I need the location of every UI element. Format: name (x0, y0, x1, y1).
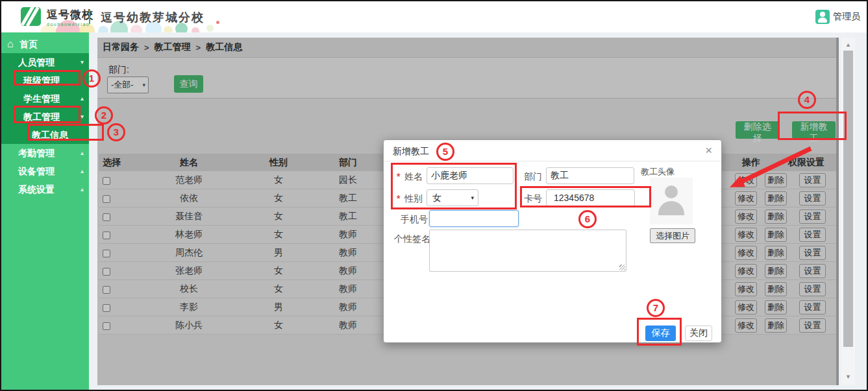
chevron-up-icon: ▴ (81, 162, 84, 180)
chevron-down-icon: ▾ (81, 53, 84, 71)
chevron-down-icon: ▾ (471, 190, 474, 206)
sidebar-item-home[interactable]: ⌂ 首页 (1, 35, 89, 53)
company-name: 逗号微校 (47, 7, 93, 22)
logo-icon (18, 5, 42, 28)
school-title: 逗号幼教芽城分校 (101, 10, 205, 25)
chevron-up-icon: ▴ (81, 180, 84, 198)
vertical-scrollbar[interactable]: ▲ ▼ (841, 38, 855, 385)
admin-name: 管理员 (833, 11, 860, 23)
card-number-field[interactable] (546, 189, 635, 206)
signature-textarea[interactable] (429, 230, 626, 272)
chevron-down-icon: ▾ (81, 108, 84, 126)
phone-label: 手机号 (401, 214, 428, 226)
sidebar-item-personnel[interactable]: 人员管理 ▾ (1, 53, 89, 71)
dept-label: 部门 (524, 171, 542, 183)
name-label: 姓名 (404, 171, 423, 183)
close-icon[interactable]: × (705, 144, 712, 158)
admin-account[interactable]: 管理员 (815, 10, 860, 24)
card-label: 卡号 (524, 193, 542, 205)
cancel-button[interactable]: 关闭 (685, 326, 712, 341)
chevron-up-icon: ▴ (81, 144, 84, 162)
gender-label: 性别 (404, 193, 423, 205)
save-button[interactable]: 保存 (645, 326, 676, 341)
sidebar-item-attendance[interactable]: 考勤管理 ▴ (1, 144, 89, 162)
modal-titlebar: 新增教工 × (384, 140, 721, 161)
sidebar: ⌂ 首页 人员管理 ▾ 班级管理 学生管理 ▴ 教工管理 ▾ 教工信息 (1, 32, 89, 391)
company-subtitle: douhaoweixiao (47, 22, 93, 27)
sidebar-item-staff-info[interactable]: 教工信息 (1, 126, 89, 144)
avatar-label: 教工头像 (641, 166, 675, 178)
required-mark: * (397, 193, 400, 204)
admin-avatar-icon (815, 10, 830, 24)
gender-select[interactable]: 女 ▾ (427, 189, 478, 206)
phone-field[interactable] (429, 210, 519, 227)
resize-handle-icon[interactable] (619, 265, 625, 270)
home-icon: ⌂ (7, 35, 14, 53)
required-mark: * (397, 171, 400, 182)
signature-label: 个性签名 (394, 233, 430, 245)
sidebar-expanded-group: 人员管理 ▾ 班级管理 学生管理 ▴ 教工管理 ▾ 教工信息 (1, 53, 89, 144)
name-field[interactable] (427, 167, 514, 184)
sidebar-item-devices[interactable]: 设备管理 ▴ (1, 162, 89, 180)
header: 逗号微校 douhaoweixiao 逗号幼教芽城分校 管理员 (1, 1, 867, 32)
app-window: 逗号微校 douhaoweixiao 逗号幼教芽城分校 管理员 ⌂ 首页 人员管… (0, 0, 868, 391)
staff-avatar-placeholder (650, 178, 693, 224)
header-divider (89, 9, 90, 24)
scroll-up-icon[interactable]: ▲ (841, 41, 855, 48)
modal-title: 新增教工 (393, 146, 429, 158)
logo: 逗号微校 douhaoweixiao (18, 5, 93, 28)
scrollbar-thumb[interactable] (843, 51, 853, 347)
sidebar-item-class-mgmt[interactable]: 班级管理 (1, 71, 89, 89)
chevron-up-icon: ▴ (81, 89, 84, 108)
scroll-down-icon[interactable]: ▼ (841, 373, 855, 380)
add-staff-modal: 新增教工 × * 姓名 部门 教工头像 选择图片 * 性别 女 ▾ 卡号 手机号… (383, 139, 722, 343)
sidebar-item-staff-mgmt[interactable]: 教工管理 ▾ (1, 108, 89, 126)
dept-field[interactable] (546, 167, 634, 184)
choose-image-button[interactable]: 选择图片 (650, 228, 695, 243)
sidebar-item-student-mgmt[interactable]: 学生管理 ▴ (1, 89, 89, 108)
sidebar-item-settings[interactable]: 系统设置 ▴ (1, 180, 89, 198)
